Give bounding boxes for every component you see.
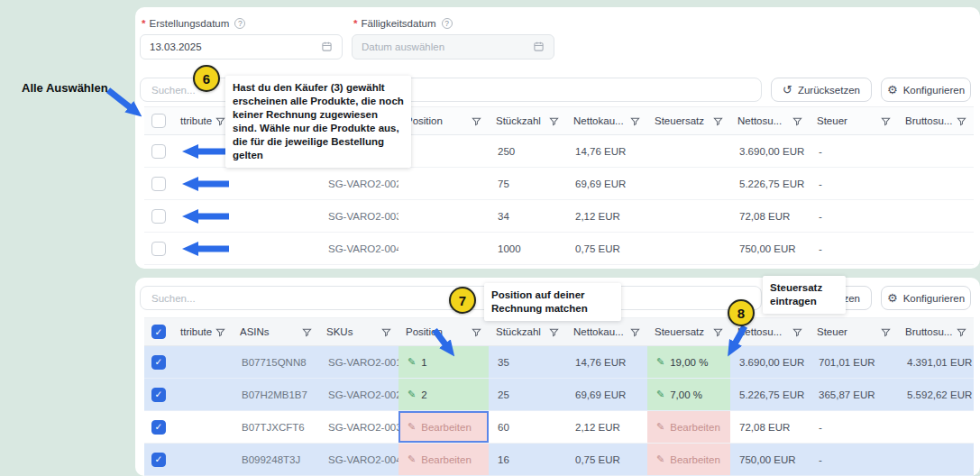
column-header-label: Steuer <box>817 115 847 126</box>
page: * Erstellungsdatum ? 13.03.2025 * Fällig… <box>0 0 980 476</box>
filter-icon[interactable] <box>215 116 225 126</box>
erstellungsdatum-input[interactable]: 13.03.2025 <box>140 34 343 60</box>
filter-icon[interactable] <box>472 327 481 337</box>
filter-icon[interactable] <box>630 327 640 337</box>
column-header-label: Steuersatz <box>655 326 704 337</box>
required-asterisk: * <box>142 18 145 29</box>
cell-position[interactable]: ✎1 <box>398 346 489 378</box>
row-checkbox[interactable] <box>151 144 166 159</box>
cell-position <box>398 168 489 199</box>
table-row: ✓B07715QNN8SG-VARO2-0011✎13514,76 EUR✎19… <box>144 346 974 379</box>
row-checkbox[interactable]: ✓ <box>151 388 166 402</box>
filter-icon[interactable] <box>713 116 723 126</box>
erstellungsdatum-label: * Erstellungsdatum ? <box>142 18 245 29</box>
cell-steuersatz[interactable]: ✎7,00 % <box>647 379 730 410</box>
cell-nettosumme: 750,00 EUR <box>730 444 810 475</box>
row-checkbox[interactable] <box>151 177 166 191</box>
filter-icon[interactable] <box>957 327 966 337</box>
cell-steuersatz[interactable]: ✎19,00 % <box>647 346 730 378</box>
cell-stueckzahl: 60 <box>489 411 566 443</box>
calendar-icon <box>533 41 545 54</box>
column-header-label: Bruttosu... <box>905 115 952 126</box>
cell-nettokauf: 69,69 EUR <box>566 168 647 199</box>
cell-position[interactable]: ✎Bearbeiten <box>398 411 489 443</box>
filter-icon[interactable] <box>381 327 391 337</box>
cell-attribute <box>173 168 233 199</box>
cell-asin <box>233 233 319 264</box>
column-header-label: Steuer <box>817 326 847 337</box>
cell-sku: SG-VARO2-0028 <box>319 379 398 410</box>
header-cell-checkbox <box>144 107 173 134</box>
column-header-label: Steuersatz <box>655 115 704 126</box>
cell-steuer: - <box>810 200 898 232</box>
configure-button[interactable]: ⚙ Konfigurieren <box>881 286 971 310</box>
row-checkbox[interactable]: ✓ <box>151 420 166 435</box>
cell-stueckzahl: 75 <box>489 168 566 199</box>
step-7-tooltip: Position auf deiner Rechnung matchen <box>484 283 621 321</box>
cell-stueckzahl: 34 <box>489 200 566 232</box>
filter-icon[interactable] <box>792 116 802 126</box>
cell-steuersatz <box>647 233 730 264</box>
row-checkbox[interactable] <box>151 209 166 224</box>
help-icon[interactable]: ? <box>234 18 245 29</box>
cell-bruttosumme: 4.391,01 EUR <box>898 346 974 378</box>
filter-icon[interactable] <box>549 116 559 126</box>
column-header-label: Nettokau... <box>573 115 624 126</box>
column-header-label: Nettosu... <box>737 326 782 337</box>
faelligkeitsdatum-input[interactable]: Datum auswählen <box>352 34 554 60</box>
help-icon[interactable]: ? <box>442 18 453 29</box>
cell-bruttosumme <box>898 135 974 167</box>
cell-steuer: - <box>810 411 898 443</box>
cell-position <box>398 200 489 232</box>
column-header-label: Stückzahl <box>496 115 541 126</box>
column-header-label: Position <box>406 326 443 337</box>
filter-icon[interactable] <box>792 327 802 337</box>
steuersatz-value: Bearbeiten <box>670 422 720 433</box>
cell-stueckzahl: 250 <box>489 135 566 167</box>
cell-steuersatz[interactable]: ✎Bearbeiten <box>647 411 730 443</box>
header-cell: Stückzahl <box>489 107 566 134</box>
cell-steuersatz[interactable]: ✎Bearbeiten <box>647 444 730 475</box>
filter-icon[interactable] <box>215 327 225 337</box>
cell-sku: SG-VARO2-003 <box>319 200 398 232</box>
filter-icon[interactable] <box>472 116 481 126</box>
cell-attribute <box>173 233 233 264</box>
cell-asin: B099248T3J <box>233 444 319 475</box>
cell-nettosumme: 750,00 EUR <box>730 233 810 264</box>
cell-steuer: - <box>810 444 898 475</box>
required-asterisk: * <box>353 18 357 29</box>
row-checkbox[interactable]: ✓ <box>151 355 166 370</box>
filter-icon[interactable] <box>630 116 640 126</box>
reset-button[interactable]: ↺ Zurücksetzen <box>771 78 872 102</box>
cell-attribute <box>173 444 233 475</box>
header-cell: Nettosu... <box>730 107 810 134</box>
header-cell: Steuersatz <box>647 318 730 345</box>
table-row: SG-VARO2-0027569,69 EUR5.226,75 EUR- <box>144 168 974 200</box>
cell-stueckzahl: 25 <box>489 379 566 410</box>
cell-position[interactable]: ✎2 <box>398 379 489 410</box>
cell-position[interactable]: ✎Bearbeiten <box>398 444 489 475</box>
column-header-label: Stückzahl <box>496 326 541 337</box>
cell-nettokauf: 2,12 EUR <box>566 411 647 443</box>
cell-checkbox <box>144 168 173 199</box>
cell-stueckzahl: 1000 <box>489 233 566 264</box>
row-checkbox[interactable] <box>151 242 166 256</box>
cell-steuersatz <box>647 135 730 167</box>
filter-icon[interactable] <box>957 116 966 126</box>
table-row: ✓B07TJXCFT6SG-VARO2-0034✎Bearbeiten602,1… <box>144 411 974 444</box>
cell-checkbox: ✓ <box>144 411 173 443</box>
filter-icon[interactable] <box>713 327 723 337</box>
select-all-checkbox[interactable]: ✓ <box>151 325 166 339</box>
filter-icon[interactable] <box>302 327 312 337</box>
filter-icon[interactable] <box>549 327 559 337</box>
filter-icon[interactable] <box>881 327 891 337</box>
header-cell-checkbox: ✓ <box>144 318 173 345</box>
cell-stueckzahl: 16 <box>489 444 566 475</box>
filter-icon[interactable] <box>881 116 891 126</box>
cell-sku: SG-VARO2-0034 <box>319 411 398 443</box>
row-checkbox[interactable]: ✓ <box>151 453 166 467</box>
edit-pencil-icon: ✎ <box>408 453 416 465</box>
configure-button[interactable]: ⚙ Konfigurieren <box>881 78 971 102</box>
cell-nettosumme: 3.690,00 EUR <box>730 135 810 167</box>
select-all-checkbox[interactable] <box>151 114 166 128</box>
